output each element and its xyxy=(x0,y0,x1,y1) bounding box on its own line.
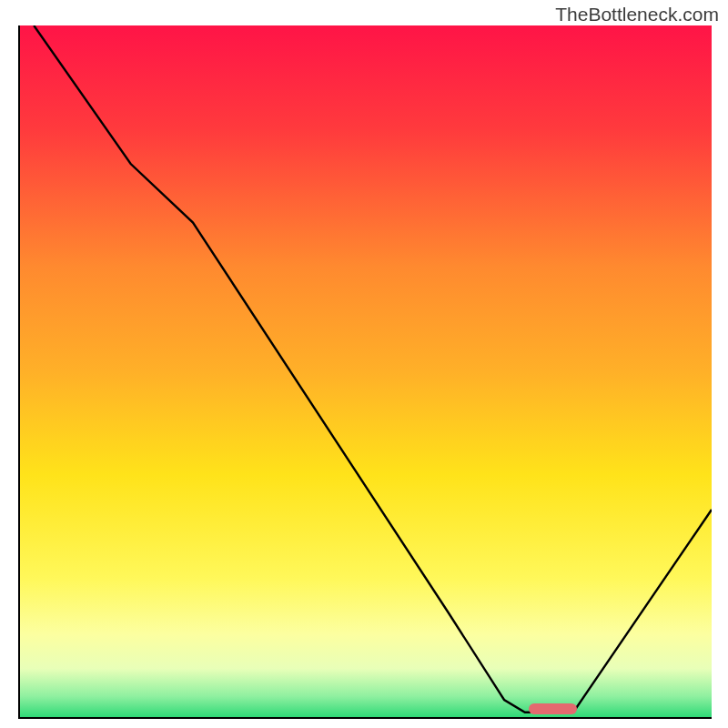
watermark-text: TheBottleneck.com xyxy=(555,4,719,25)
curve-layer xyxy=(20,25,712,717)
plot-area xyxy=(18,25,712,719)
optimal-range-marker xyxy=(529,703,577,714)
bottleneck-chart: TheBottleneck.com xyxy=(0,0,728,728)
bottleneck-curve-path xyxy=(34,25,712,713)
